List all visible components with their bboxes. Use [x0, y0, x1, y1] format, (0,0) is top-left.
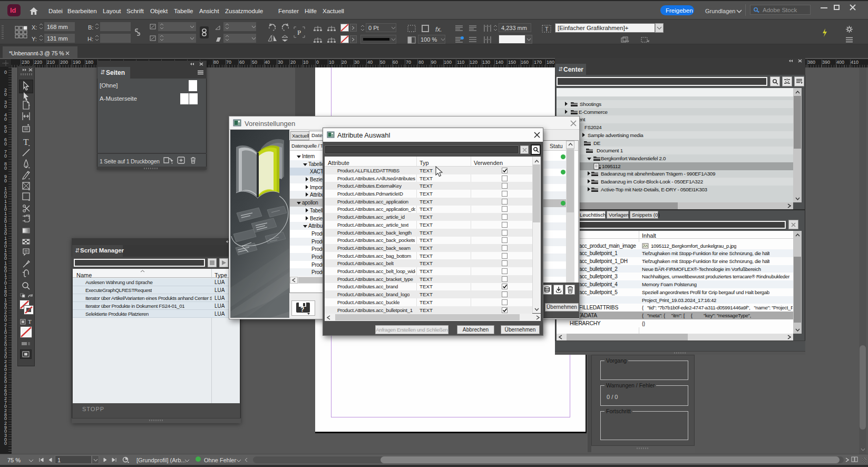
svg-text:T: T	[23, 137, 29, 147]
svg-text:,: ,	[413, 28, 414, 33]
svg-text:?: ?	[300, 306, 304, 313]
svg-text:T: T	[545, 26, 549, 32]
svg-text:P: P	[297, 28, 301, 36]
